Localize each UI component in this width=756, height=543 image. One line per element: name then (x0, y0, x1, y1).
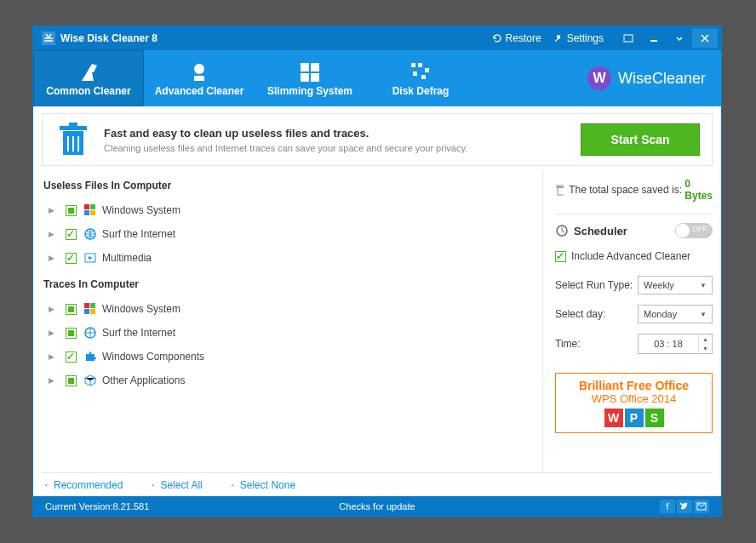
day-select[interactable]: Monday▼ (638, 305, 713, 323)
version-label: Current Version:8.21.581 (45, 501, 149, 512)
tab-label: Disk Defrag (392, 85, 450, 97)
expand-toggle[interactable]: ▶ (49, 305, 57, 313)
select-none-link[interactable]: Select None (240, 479, 295, 491)
svg-rect-8 (311, 73, 319, 82)
brand-logo-icon: W (587, 66, 611, 90)
list-item: ▶ Other Applications (42, 369, 534, 392)
expand-toggle[interactable]: ▶ (49, 230, 57, 238)
svg-rect-21 (90, 204, 95, 209)
trash-small-icon (555, 184, 564, 196)
day-label: Select day: (555, 308, 638, 320)
skin-button[interactable] (616, 29, 641, 48)
svg-rect-31 (558, 187, 564, 195)
caret-down-icon (674, 34, 684, 43)
item-label: Windows System (102, 303, 180, 315)
checkbox[interactable] (66, 352, 77, 363)
caret-down-icon: ▼ (700, 311, 707, 318)
time-value: 03 : 18 (639, 339, 698, 349)
runtype-select[interactable]: Weekly▼ (638, 276, 713, 294)
info-banner: Fast and easy to clean up useless files … (42, 113, 713, 166)
brand[interactable]: W WiseCleaner (587, 50, 721, 106)
include-advanced-checkbox[interactable] (555, 251, 566, 262)
expand-toggle[interactable]: ▶ (49, 376, 57, 385)
spin-down[interactable]: ▼ (699, 344, 712, 353)
item-label: Windows System (102, 204, 180, 216)
spin-up[interactable]: ▲ (699, 334, 712, 344)
svg-rect-13 (421, 75, 426, 79)
checkbox[interactable] (66, 304, 77, 315)
checkbox[interactable] (66, 253, 77, 264)
checkbox[interactable] (66, 328, 77, 339)
categories-panel: Useless Files In Computer ▶ Windows Syst… (42, 171, 542, 472)
svg-rect-9 (411, 63, 415, 67)
runtype-label: Select Run Type: (555, 279, 638, 291)
recommended-link[interactable]: Recommended (54, 479, 123, 491)
expand-toggle[interactable]: ▶ (49, 352, 57, 361)
globe-icon (83, 227, 97, 241)
section-useless-files: Useless Files In Computer (43, 180, 534, 191)
start-scan-button[interactable]: Start Scan (581, 123, 700, 156)
mail-button[interactable] (694, 500, 709, 513)
svg-rect-27 (90, 303, 95, 308)
svg-rect-16 (69, 123, 77, 126)
twitter-icon (680, 502, 689, 511)
svg-rect-22 (84, 210, 89, 215)
time-label: Time: (555, 338, 638, 350)
tab-bar: Common Cleaner Advanced Cleaner Slimming… (33, 50, 721, 106)
selection-links: Recommended Select All Select None (42, 472, 713, 496)
svg-rect-12 (413, 71, 417, 76)
titlebar: Wise Disk Cleaner 8 Restore Settings (33, 26, 721, 50)
media-icon (83, 251, 97, 265)
facebook-icon: f (667, 502, 669, 512)
svg-rect-6 (311, 63, 319, 71)
select-all-link[interactable]: Select All (160, 479, 202, 491)
section-traces: Traces In Computer (43, 278, 534, 290)
facebook-button[interactable]: f (660, 500, 675, 513)
update-check-link[interactable]: Checks for update (339, 501, 415, 512)
windows-icon (83, 302, 97, 316)
svg-rect-32 (557, 186, 564, 187)
toggle-state: OFF (692, 225, 707, 233)
twitter-button[interactable] (677, 500, 692, 513)
advanced-icon (187, 60, 211, 85)
close-button[interactable] (692, 29, 718, 48)
svg-rect-15 (60, 126, 87, 130)
scheduler-toggle[interactable]: OFF (675, 223, 713, 238)
item-label: Surf the Internet (102, 228, 175, 240)
checkbox[interactable] (66, 229, 77, 240)
minimize-button[interactable] (641, 29, 667, 48)
side-panel: The total space saved is: 0 Bytes Schedu… (542, 171, 713, 472)
runtype-value: Weekly (644, 280, 674, 290)
ad-line1: Brilliant Free Office (559, 379, 708, 392)
puzzle-icon (83, 350, 97, 363)
expand-toggle[interactable]: ▶ (49, 254, 57, 262)
checkbox[interactable] (66, 205, 77, 216)
clock-icon (555, 224, 569, 237)
svg-rect-5 (301, 63, 309, 71)
ad-line2: WPS Office 2014 (559, 392, 708, 405)
wps-logo-icon: WPS (559, 409, 708, 427)
banner-subtext: Cleaning useless files and Internet trac… (104, 143, 467, 153)
tab-slimming-system[interactable]: Slimming System (255, 50, 365, 106)
item-label: Surf the Internet (102, 327, 175, 339)
list-item: ▶ Multimedia (42, 246, 534, 270)
app-window: Wise Disk Cleaner 8 Restore Settings Com… (32, 26, 722, 517)
tab-common-cleaner[interactable]: Common Cleaner (33, 50, 144, 106)
item-label: Other Applications (102, 374, 185, 386)
defrag-icon (410, 60, 432, 85)
mail-icon (696, 502, 707, 511)
time-spinner[interactable]: 03 : 18 ▲▼ (638, 334, 713, 354)
restore-button[interactable]: Restore (492, 32, 541, 44)
close-icon (701, 34, 709, 43)
expand-toggle[interactable]: ▶ (49, 329, 57, 337)
settings-button[interactable]: Settings (553, 32, 604, 44)
tab-disk-defrag[interactable]: Disk Defrag (365, 50, 476, 106)
expand-toggle[interactable]: ▶ (49, 206, 57, 214)
tab-advanced-cleaner[interactable]: Advanced Cleaner (144, 50, 255, 106)
menu-button[interactable] (667, 29, 692, 48)
broom-icon (77, 60, 100, 85)
globe-icon (83, 326, 97, 340)
checkbox[interactable] (66, 375, 77, 386)
wps-ad[interactable]: Brilliant Free Office WPS Office 2014 WP… (555, 373, 713, 433)
settings-label: Settings (567, 32, 604, 44)
